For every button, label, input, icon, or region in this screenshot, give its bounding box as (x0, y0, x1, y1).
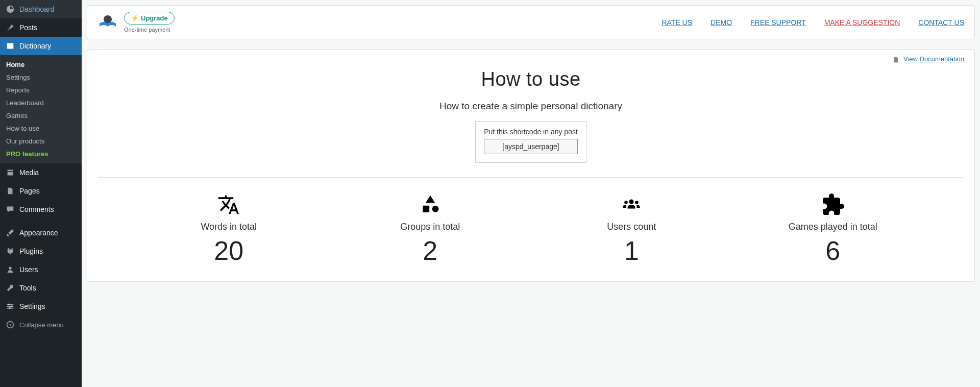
stat-label: Words in total (128, 222, 330, 232)
header-card: ⚡ Upgrade One-time payment RATE US DEMO … (87, 5, 975, 39)
svg-point-2 (11, 305, 13, 307)
menu-label: Users (19, 265, 38, 274)
menu-users[interactable]: Users (0, 260, 82, 279)
wrench-icon (5, 283, 15, 293)
stat-value: 2 (330, 235, 531, 266)
svg-point-6 (629, 199, 634, 204)
stat-words: Words in total 20 (128, 192, 330, 266)
menu-label: Dictionary (19, 42, 51, 50)
media-icon (5, 167, 15, 178)
stats-row: Words in total 20 Groups in total 2 User… (97, 192, 964, 266)
submenu-home[interactable]: Home (0, 58, 82, 71)
menu-pages[interactable]: Pages (0, 182, 82, 200)
collapse-menu[interactable]: Collapse menu (0, 316, 82, 334)
users-icon (531, 192, 732, 217)
menu-label: Posts (19, 23, 37, 32)
content-card: View Documentation How to use How to cre… (87, 50, 975, 282)
submenu-pro[interactable]: PRO features (0, 148, 82, 160)
bolt-icon: ⚡ (131, 14, 139, 22)
dashboard-icon (5, 4, 15, 14)
header-links: RATE US DEMO FREE SUPPORT MAKE A SUGGEST… (662, 18, 964, 27)
menu-label: Pages (19, 187, 40, 195)
link-rate-us[interactable]: RATE US (662, 18, 692, 27)
menu-media[interactable]: Media (0, 163, 82, 182)
link-demo[interactable]: DEMO (710, 18, 732, 27)
view-documentation-link[interactable]: View Documentation (903, 55, 964, 63)
stat-label: Users count (531, 222, 732, 232)
stat-groups: Groups in total 2 (330, 192, 531, 266)
document-icon (892, 56, 899, 63)
submenu-games[interactable]: Games (0, 109, 82, 122)
stat-value: 1 (531, 235, 732, 266)
puzzle-icon (732, 192, 934, 217)
link-support[interactable]: FREE SUPPORT (750, 18, 806, 27)
upgrade-label: Upgrade (141, 14, 168, 22)
submenu-products[interactable]: Our products (0, 135, 82, 148)
link-suggestion[interactable]: MAKE A SUGGESTION (824, 18, 900, 27)
main-content: ⚡ Upgrade One-time payment RATE US DEMO … (82, 0, 980, 387)
menu-label: Settings (19, 302, 45, 310)
menu-label: Appearance (19, 229, 58, 237)
submenu-settings[interactable]: Settings (0, 71, 82, 84)
stat-value: 6 (732, 235, 934, 266)
menu-label: Comments (19, 205, 54, 213)
stat-label: Groups in total (330, 222, 531, 232)
menu-label: Plugins (19, 247, 43, 255)
page-subtitle: How to create a simple personal dictiona… (97, 101, 964, 112)
sliders-icon (5, 301, 15, 311)
menu-dashboard[interactable]: Dashboard (0, 0, 82, 18)
menu-tools[interactable]: Tools (0, 279, 82, 297)
menu-posts[interactable]: Posts (0, 18, 82, 37)
menu-label: Media (19, 168, 39, 177)
menu-label: Dashboard (19, 5, 55, 13)
user-icon (5, 264, 15, 275)
plugin-logo-icon (97, 12, 118, 33)
submenu-howto[interactable]: How to use (0, 122, 82, 135)
upgrade-button[interactable]: ⚡ Upgrade (124, 12, 175, 25)
shapes-icon (330, 192, 531, 217)
doc-link-wrap: View Documentation (97, 55, 964, 63)
shortcode-box: Put this shortcode in any post [ayspd_us… (475, 121, 586, 163)
link-contact[interactable]: CONTACT US (918, 18, 964, 27)
menu-appearance[interactable]: Appearance (0, 224, 82, 242)
admin-sidebar: Dashboard Posts Dictionary Home Settings… (0, 0, 82, 387)
page-title: How to use (97, 68, 964, 90)
stat-users: Users count 1 (531, 192, 732, 266)
brush-icon (5, 228, 15, 238)
pin-icon (5, 22, 15, 33)
shortcode-label: Put this shortcode in any post (484, 128, 578, 136)
comment-icon (5, 204, 15, 214)
menu-label: Tools (19, 284, 36, 292)
stat-value: 20 (128, 235, 330, 266)
menu-plugins[interactable]: Plugins (0, 242, 82, 260)
svg-point-8 (635, 201, 639, 204)
stat-games: Games played in total 6 (732, 192, 934, 266)
translate-icon (128, 192, 330, 217)
stat-label: Games played in total (732, 222, 934, 232)
menu-comments[interactable]: Comments (0, 200, 82, 219)
collapse-icon (5, 320, 15, 330)
plug-icon (5, 246, 15, 256)
upgrade-sub: One-time payment (124, 27, 175, 33)
shortcode-value[interactable]: [ayspd_userpage] (484, 139, 578, 154)
upgrade-wrap: ⚡ Upgrade One-time payment (124, 12, 175, 33)
divider (97, 177, 964, 178)
submenu-reports[interactable]: Reports (0, 84, 82, 96)
page-icon (5, 186, 15, 196)
svg-point-1 (8, 304, 10, 306)
svg-point-7 (624, 201, 628, 204)
submenu-leaderboard[interactable]: Leaderboard (0, 96, 82, 109)
menu-dictionary[interactable]: Dictionary (0, 37, 82, 55)
svg-point-0 (9, 267, 11, 270)
svg-point-3 (9, 307, 11, 309)
dictionary-submenu: Home Settings Reports Leaderboard Games … (0, 55, 82, 163)
book-icon (5, 41, 15, 51)
collapse-label: Collapse menu (19, 321, 64, 329)
menu-settings[interactable]: Settings (0, 297, 82, 316)
